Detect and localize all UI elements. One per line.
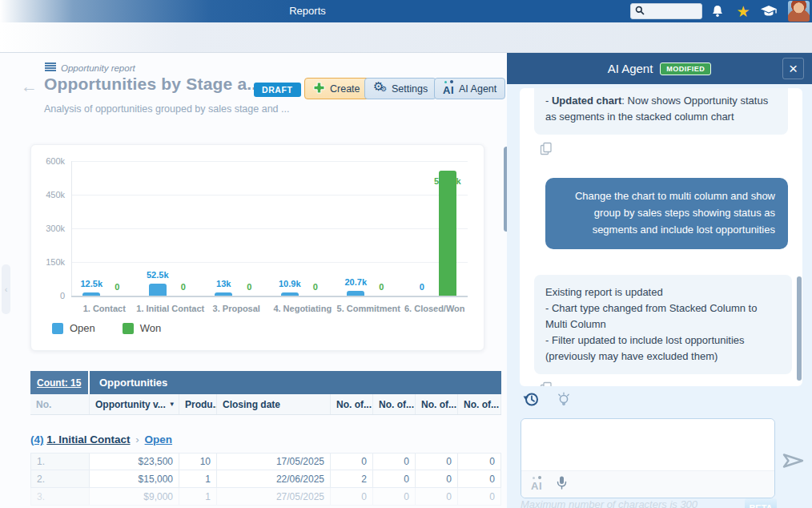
table-cell: 0 bbox=[373, 470, 416, 487]
table-cell: 0 bbox=[458, 454, 501, 470]
table-cell: 0 bbox=[373, 488, 416, 505]
collapse-panel-handle[interactable]: ‹ bbox=[2, 264, 10, 314]
ai-icon: AI bbox=[443, 81, 454, 96]
chat-input[interactable] bbox=[521, 419, 774, 470]
user-avatar[interactable] bbox=[788, 1, 810, 22]
user-message: Change the chart to multi column and sho… bbox=[545, 178, 788, 248]
column-header[interactable]: No. of... bbox=[373, 394, 416, 414]
bar-value-label: 0 bbox=[363, 282, 400, 292]
ai-panel-header: AI Agent MODIFIED × bbox=[507, 53, 812, 84]
close-icon[interactable]: × bbox=[782, 58, 804, 79]
breadcrumb: Opportunity report bbox=[45, 62, 135, 73]
x-axis-line bbox=[71, 296, 468, 297]
x-axis-label: 1. Initial Contact bbox=[135, 304, 207, 313]
table-cell: 3. bbox=[30, 488, 90, 505]
table-cell: 27/05/2025 bbox=[217, 488, 331, 505]
bar[interactable] bbox=[149, 284, 167, 296]
y-axis-tick: 150k bbox=[31, 257, 65, 267]
ai-agent-button[interactable]: AI AI Agent bbox=[434, 78, 505, 99]
chat-scrollbar-thumb[interactable] bbox=[797, 276, 802, 381]
group-stage-link[interactable]: 1. Initial Contact bbox=[46, 433, 130, 446]
group-status-link[interactable]: Open bbox=[145, 433, 173, 446]
gridline bbox=[71, 161, 468, 162]
bar-value-label: 0 bbox=[98, 282, 135, 292]
column-header[interactable]: No. of... bbox=[331, 394, 373, 414]
bar[interactable] bbox=[82, 292, 100, 296]
legend-label: Won bbox=[140, 322, 162, 334]
table-title: Opportunities bbox=[90, 371, 501, 394]
table-row[interactable]: 1.$23,5001017/05/20250000 bbox=[30, 453, 501, 470]
history-icon[interactable] bbox=[523, 391, 540, 411]
record-count-link[interactable]: Count: 15 bbox=[30, 371, 90, 394]
create-button[interactable]: Create bbox=[304, 78, 369, 99]
bar[interactable] bbox=[215, 292, 232, 296]
bar[interactable] bbox=[439, 171, 456, 296]
chart-card: 600k450k300k150k01. Contact12.5k01. Init… bbox=[30, 144, 484, 351]
column-header[interactable]: No. of... bbox=[416, 394, 458, 414]
opportunities-table: Count: 15 Opportunities No.Opportunity v… bbox=[30, 371, 501, 506]
table-row[interactable]: 3.$9,000127/05/20250000 bbox=[30, 488, 501, 506]
legend-swatch bbox=[52, 323, 63, 334]
table-row[interactable]: 2.$15,000122/06/20252000 bbox=[30, 470, 501, 488]
favorites-star-icon[interactable]: ★ bbox=[734, 2, 753, 20]
table-cell: 1. bbox=[30, 454, 90, 470]
bar-value-label: 0 bbox=[404, 282, 440, 292]
bar-chart: 600k450k300k150k01. Contact12.5k01. Init… bbox=[31, 145, 485, 321]
bar-value-label: 0 bbox=[165, 282, 202, 292]
table-cell: 0 bbox=[458, 488, 501, 505]
bar-value-label: 0 bbox=[231, 282, 267, 292]
x-axis-label: 5. Commitment bbox=[332, 304, 404, 313]
column-header[interactable]: Produ... bbox=[179, 394, 217, 414]
report-subtitle: Analysis of opportunities grouped by sal… bbox=[44, 103, 289, 115]
legend-label: Open bbox=[70, 322, 95, 334]
legend-item[interactable]: Open bbox=[52, 322, 95, 334]
table-cell: 2 bbox=[331, 470, 373, 487]
table-cell: $15,000 bbox=[90, 470, 179, 487]
assistant-message: - Updated chart: Now shows Opportunity s… bbox=[534, 88, 788, 135]
x-axis-label: 6. Closed/Won bbox=[399, 304, 471, 313]
settings-button[interactable]: ⚙⚙ Settings bbox=[364, 78, 436, 99]
suggestions-bulb-icon[interactable] bbox=[556, 392, 572, 411]
chat-input-box: AI bbox=[521, 418, 775, 498]
table-cell: 2. bbox=[30, 470, 90, 487]
bar[interactable] bbox=[281, 292, 299, 296]
table-cell: $23,500 bbox=[90, 454, 179, 470]
x-axis-label: 4. Negotiating bbox=[267, 304, 339, 313]
legend-item[interactable]: Won bbox=[123, 322, 162, 334]
table-cell: 1 bbox=[179, 488, 217, 505]
page-title-topbar: Reports bbox=[0, 5, 615, 17]
table-cell: 0 bbox=[331, 488, 373, 505]
search-icon bbox=[635, 4, 645, 18]
column-header[interactable]: Closing date bbox=[217, 394, 331, 414]
copy-icon[interactable] bbox=[540, 381, 553, 386]
send-icon[interactable] bbox=[782, 452, 804, 473]
x-axis-label: 1. Contact bbox=[68, 304, 140, 313]
modified-badge: MODIFIED bbox=[660, 62, 711, 75]
chat-toolbar bbox=[523, 391, 572, 411]
report-type-icon bbox=[45, 62, 56, 73]
y-axis-tick: 300k bbox=[31, 224, 65, 233]
sort-desc-icon: ▼ bbox=[166, 401, 175, 408]
notifications-bell-icon[interactable] bbox=[708, 2, 727, 20]
table-cell: 0 bbox=[331, 454, 373, 470]
x-axis-label: 3. Proposal bbox=[200, 304, 272, 313]
back-arrow-button[interactable]: ← bbox=[21, 77, 38, 96]
group-count-link[interactable]: (4) bbox=[30, 433, 44, 446]
global-search[interactable] bbox=[630, 3, 702, 19]
microphone-icon[interactable] bbox=[555, 475, 569, 494]
column-header[interactable]: Opportunity v...▼ bbox=[90, 394, 179, 414]
report-title: Opportunities by Stage a... bbox=[44, 75, 261, 94]
y-axis-tick: 450k bbox=[31, 190, 65, 200]
copy-icon[interactable] bbox=[540, 142, 553, 159]
max-chars-note: Maximum number of characters is 300 bbox=[521, 498, 697, 508]
chat-messages-area: - Updated chart: Now shows Opportunity s… bbox=[520, 88, 802, 386]
beta-badge: BETA bbox=[745, 498, 777, 508]
column-header[interactable]: No. of... bbox=[458, 394, 501, 414]
breadcrumb-label: Opportunity report bbox=[61, 63, 135, 73]
bar[interactable] bbox=[347, 291, 364, 296]
academy-graduation-cap-icon[interactable] bbox=[759, 2, 778, 20]
table-cell: 22/06/2025 bbox=[217, 470, 331, 487]
table-cell: 10 bbox=[179, 454, 217, 470]
column-header[interactable]: No. bbox=[30, 394, 90, 414]
ai-mode-icon[interactable]: AI bbox=[531, 477, 542, 492]
